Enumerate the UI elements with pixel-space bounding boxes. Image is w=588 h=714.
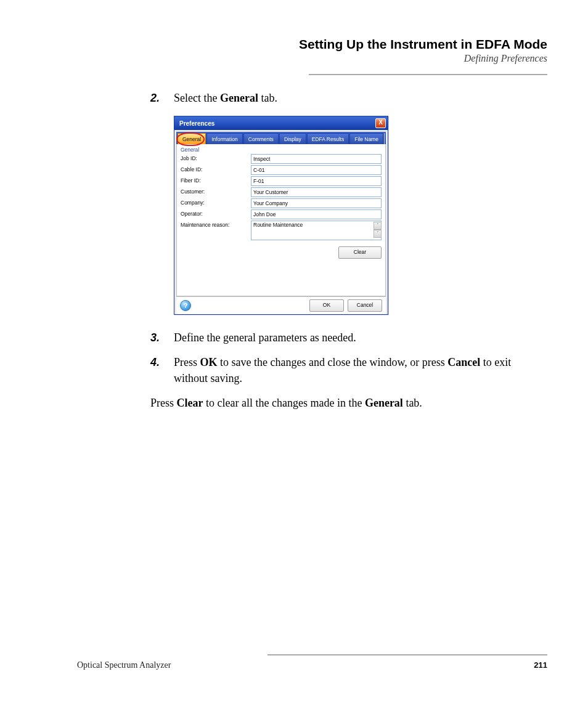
dialog-titlebar: Preferences X	[174, 116, 388, 130]
label-maintenance-reason: Maintenance reason:	[181, 221, 251, 228]
close-button[interactable]: X	[375, 118, 386, 128]
tab-information[interactable]: Information	[206, 133, 243, 144]
label-operator: Operator:	[181, 209, 251, 217]
footer-divider	[267, 654, 547, 655]
step-2-text: Select the General tab.	[174, 90, 277, 106]
input-operator[interactable]: John Doe	[251, 209, 382, 219]
tab-display[interactable]: Display	[279, 133, 306, 144]
cancel-button[interactable]: Cancel	[348, 299, 382, 312]
chapter-title: Setting Up the Instrument in EDFA Mode	[73, 37, 547, 52]
label-company: Company:	[181, 198, 251, 206]
header-divider	[309, 74, 547, 75]
section-subtitle: Defining Preferences	[73, 53, 547, 64]
step-3: 3. Define the general parameters as need…	[150, 330, 547, 346]
scroll-up-icon[interactable]: ˄	[374, 222, 382, 230]
input-cable-id[interactable]: C-01	[251, 165, 382, 175]
group-general-label: General	[181, 147, 382, 153]
input-job-id[interactable]: Inspect	[251, 154, 382, 164]
step-4: 4. Press OK to save the changes and clos…	[150, 354, 547, 386]
tabbar-filler	[384, 133, 385, 144]
preferences-dialog-figure: Preferences X General Information Commen…	[174, 116, 547, 315]
page-number: 211	[534, 660, 547, 670]
label-fiber-id: Fiber ID:	[181, 176, 251, 184]
step-3-number: 3.	[150, 330, 174, 346]
tab-comments[interactable]: Comments	[243, 133, 279, 144]
dialog-title: Preferences	[179, 120, 214, 127]
tab-edfa-results[interactable]: EDFA Results	[307, 133, 349, 144]
step-4-number: 4.	[150, 354, 174, 386]
dialog-tabs: General Information Comments Display EDF…	[176, 132, 386, 144]
textarea-maintenance-reason[interactable]: Routine Maintenance ˄ ˅	[251, 221, 382, 240]
input-company[interactable]: Your Company	[251, 198, 382, 208]
preferences-dialog: Preferences X General Information Commen…	[174, 116, 388, 315]
help-icon[interactable]: ?	[180, 300, 191, 311]
clear-button[interactable]: Clear	[338, 246, 382, 259]
ok-button[interactable]: OK	[309, 299, 344, 312]
label-job-id: Job ID:	[181, 154, 251, 161]
step-4-text: Press OK to save the changes and close t…	[174, 354, 547, 386]
label-customer: Customer:	[181, 187, 251, 195]
step-3-text: Define the general parameters as needed.	[174, 330, 356, 346]
scroll-down-icon[interactable]: ˅	[374, 230, 382, 238]
clear-paragraph: Press Clear to clear all the changes mad…	[150, 395, 547, 411]
textarea-scrollbar[interactable]: ˄ ˅	[374, 222, 380, 238]
step-2-number: 2.	[150, 90, 174, 106]
tab-file-name[interactable]: File Name	[349, 133, 383, 144]
input-customer[interactable]: Your Customer	[251, 187, 382, 197]
footer-product-name: Optical Spectrum Analyzer	[77, 660, 171, 670]
step-2: 2. Select the General tab.	[150, 90, 547, 106]
tab-general[interactable]: General	[178, 133, 206, 144]
label-cable-id: Cable ID:	[181, 165, 251, 172]
input-fiber-id[interactable]: F-01	[251, 176, 382, 186]
